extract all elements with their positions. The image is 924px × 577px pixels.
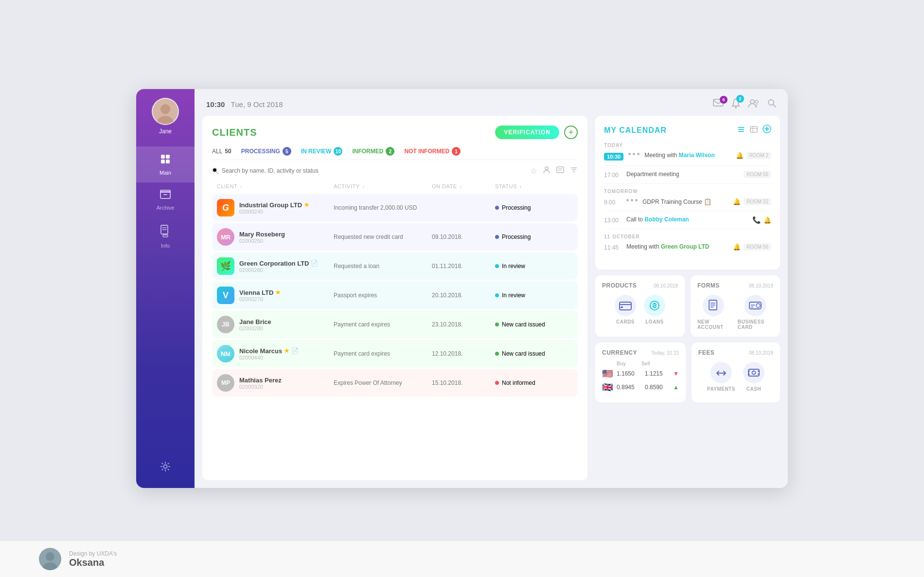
doc-icon: 📄 (291, 347, 299, 354)
svg-point-18 (755, 100, 758, 103)
right-panel: MY CALENDAR (595, 116, 780, 480)
svg-point-16 (735, 107, 737, 108)
tab-processing-label: PROCESSING (241, 148, 280, 155)
tag-filter-icon[interactable] (556, 166, 564, 175)
tab-informed-label: INFORMED (352, 148, 383, 155)
search-input[interactable] (222, 167, 329, 174)
table-row[interactable]: V Vienna LTD ★ 02000270 Passport expires… (212, 282, 578, 309)
activity-cell: Payment card expires (334, 350, 432, 357)
star-filter-icon[interactable]: ☆ (530, 166, 537, 176)
currency-row-usd: 🇺🇸 1.1650 1.1215 ▼ (602, 368, 679, 379)
payments-icon (711, 362, 732, 383)
business-card-form[interactable]: BUSINESS CARD (738, 295, 773, 330)
add-client-button[interactable]: + (564, 126, 578, 139)
cal-grid-icon[interactable] (750, 126, 758, 135)
filter-icon[interactable] (570, 166, 578, 175)
cal-section-today: TODAY (604, 143, 771, 148)
svg-rect-41 (621, 307, 623, 308)
verification-button[interactable]: VERIFICATION (495, 126, 559, 139)
loans-product[interactable]: LOANS (644, 295, 665, 325)
tab-informed-badge: 2 (386, 147, 394, 156)
client-info: Vienna LTD ★ 02000270 (239, 289, 281, 302)
products-card: PRODUCTS 08.10.2018 CARDS (595, 275, 685, 337)
sell-gbp: 0.8590 (645, 384, 669, 391)
sidebar-item-archive[interactable]: Archive (136, 182, 195, 217)
tab-processing[interactable]: PROCESSING 5 (241, 147, 291, 156)
notifications-btn[interactable]: 2 (731, 98, 740, 111)
notifications-badge: 2 (736, 95, 744, 103)
tab-not-informed[interactable]: NOT INFORMED 1 (404, 147, 461, 156)
table-header: CLIENT ↕ ACTIVITY ↕ ON DATE ↕ STATUS ↑ (212, 180, 578, 192)
loans-label: LOANS (645, 319, 664, 325)
cards-product[interactable]: CARDS (615, 295, 636, 325)
status-dot (495, 352, 499, 356)
client-cell: 🌿 Green Corporation LTD 📄 02000260 (217, 257, 334, 275)
users-btn[interactable] (748, 99, 760, 110)
client-info: Jane Brice 02000280 (239, 318, 271, 331)
date-cell: 15.10.2018. (432, 379, 495, 386)
gear-icon[interactable] (155, 456, 176, 479)
search-btn[interactable] (767, 99, 776, 110)
flag-gbp: 🇬🇧 (602, 382, 613, 393)
cal-event-right: ROOM 56 (744, 171, 771, 178)
svg-rect-39 (620, 302, 631, 310)
date-cell: 12.10.2018. (432, 350, 495, 357)
client-name: Mary Roseberg (239, 231, 285, 238)
client-id: 02000320 (239, 384, 282, 390)
table-row[interactable]: MR Mary Roseberg 02000250 Requested new … (212, 223, 578, 251)
cal-add-icon[interactable] (763, 125, 771, 136)
status-dot (495, 264, 499, 268)
cal-event-right: 🔔 ROOM 56 (733, 243, 771, 251)
client-id: 02000440 (239, 355, 299, 361)
sidebar-item-label-info: Info (161, 243, 170, 249)
svg-rect-5 (161, 160, 165, 163)
status-cell: Processing (495, 234, 573, 240)
sidebar-item-info[interactable]: Info (136, 217, 195, 255)
client-name: Jane Brice (239, 318, 271, 325)
table-row[interactable]: MP Mathias Perez 02000320 Expires Power … (212, 369, 578, 397)
doc-small-icon: 📋 (704, 198, 711, 205)
currency-col-headers: Buy Sell (602, 361, 679, 366)
tab-in-review-badge: 10 (334, 147, 342, 156)
cal-time: 13:00 (604, 217, 622, 224)
sell-usd: 1.1215 (645, 370, 669, 377)
cal-event-right: 🔔 ROOM 2 (736, 152, 771, 159)
svg-point-17 (750, 100, 754, 104)
tab-informed[interactable]: INFORMED 2 (352, 147, 394, 156)
date-cell: 09.10.2018. (432, 234, 495, 240)
svg-rect-52 (748, 369, 759, 376)
client-cell: NM Nicole Marcus ★ 📄 02000440 (217, 345, 334, 362)
cal-time-today: 10:30 (604, 152, 623, 161)
table-row[interactable]: 🌿 Green Corporation LTD 📄 02000260 Reque… (212, 252, 578, 280)
cal-section-11oct: 11 OCTOBER (604, 234, 771, 239)
status-dot (495, 381, 499, 385)
bell-icon: 🔔 (733, 198, 741, 205)
sidebar: Jane Main (136, 89, 195, 488)
loans-icon (644, 295, 665, 316)
table-row[interactable]: JB Jane Brice 02000280 Payment card expi… (212, 311, 578, 338)
new-account-form[interactable]: NEW ACCOUNT (697, 295, 730, 330)
payments-fee[interactable]: PAYMENTS (707, 362, 735, 392)
list-view-icon[interactable] (737, 126, 745, 135)
person-filter-icon[interactable] (543, 166, 551, 176)
payments-label: PAYMENTS (707, 386, 735, 392)
room-badge: ROOM 56 (744, 243, 771, 251)
tab-in-review[interactable]: IN REVIEW 10 (301, 147, 343, 156)
tab-all[interactable]: ALL 50 (212, 148, 231, 155)
table-row[interactable]: G Industrial Group LTD ★ 02000240 Incomi… (212, 194, 578, 221)
cal-event-body: Call to Bobby Coleman (626, 216, 747, 223)
products-date: 08.10.2018 (654, 283, 678, 288)
calendar-title: MY CALENDAR (604, 126, 667, 135)
client-avatar-industrial: G (217, 199, 234, 216)
sidebar-item-main[interactable]: Main (136, 146, 195, 182)
sidebar-item-label-main: Main (160, 170, 171, 176)
date-cell: 01.11.2018. (432, 263, 495, 270)
status-text: Not informed (502, 379, 535, 386)
svg-rect-24 (557, 167, 564, 173)
messages-btn[interactable]: 6 (713, 99, 724, 110)
activity-cell: Payment card expires (334, 321, 432, 328)
cash-fee[interactable]: CASH (743, 362, 764, 392)
products-forms-row: PRODUCTS 08.10.2018 CARDS (595, 275, 780, 337)
table-row[interactable]: NM Nicole Marcus ★ 📄 02000440 Payment ca (212, 340, 578, 367)
cal-event-title: Call to Bobby Coleman (626, 216, 747, 223)
